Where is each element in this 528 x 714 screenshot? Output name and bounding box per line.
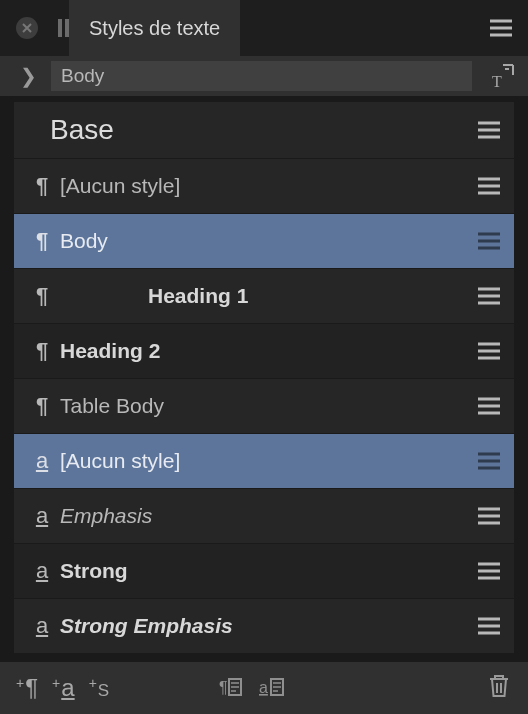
panel-tab-text-styles[interactable]: Styles de texte xyxy=(69,0,240,56)
paragraph-icon: ¶ xyxy=(24,228,60,254)
group-icon: s xyxy=(98,674,109,702)
group-menu-button[interactable] xyxy=(478,121,500,139)
breadcrumb-chevron-icon[interactable]: ❯ xyxy=(20,64,37,88)
style-row-label: Table Body xyxy=(60,394,478,418)
update-paragraph-style-button[interactable]: ¶ xyxy=(215,673,245,703)
style-row-label: [Aucun style] xyxy=(60,449,478,473)
style-row-label: Emphasis xyxy=(60,504,478,528)
delete-style-button[interactable] xyxy=(486,672,512,705)
style-row-label: [Aucun style] xyxy=(60,174,478,198)
style-row[interactable]: a[Aucun style] xyxy=(14,433,514,488)
close-button[interactable] xyxy=(16,17,38,39)
new-group-button[interactable]: +s xyxy=(89,674,110,702)
character-icon: a xyxy=(24,558,60,584)
panel-header: Styles de texte xyxy=(0,0,528,56)
style-row[interactable]: ¶Heading 1 xyxy=(14,268,514,323)
new-paragraph-style-button[interactable]: +¶ xyxy=(16,674,38,702)
panel-tab-label: Styles de texte xyxy=(89,17,220,40)
style-row-menu-button[interactable] xyxy=(478,397,500,415)
panel-menu-button[interactable] xyxy=(474,19,528,37)
menu-icon xyxy=(478,397,500,415)
trash-icon xyxy=(486,672,512,700)
menu-icon xyxy=(478,617,500,635)
menu-icon xyxy=(478,177,500,195)
style-override-icon: T xyxy=(489,63,515,89)
style-row[interactable]: ¶Table Body xyxy=(14,378,514,433)
style-row-menu-button[interactable] xyxy=(478,617,500,635)
character-icon: a xyxy=(24,613,60,639)
menu-icon xyxy=(478,452,500,470)
character-icon: a xyxy=(24,448,60,474)
style-row[interactable]: aEmphasis xyxy=(14,488,514,543)
style-row[interactable]: aStrong xyxy=(14,543,514,598)
menu-icon xyxy=(490,19,512,37)
style-row-menu-button[interactable] xyxy=(478,562,500,580)
breadcrumb-bar: ❯ Body T xyxy=(0,56,528,96)
style-row-label: Strong xyxy=(60,559,478,583)
styles-list: Base ¶[Aucun style]¶Body¶Heading 1¶Headi… xyxy=(0,96,528,653)
svg-text:a: a xyxy=(259,679,268,696)
header-left xyxy=(0,0,69,56)
style-row[interactable]: ¶Body xyxy=(14,213,514,268)
style-row[interactable]: ¶[Aucun style] xyxy=(14,158,514,213)
paragraph-icon: ¶ xyxy=(24,173,60,199)
svg-text:T: T xyxy=(492,73,502,89)
menu-icon xyxy=(478,232,500,250)
style-row[interactable]: ¶Heading 2 xyxy=(14,323,514,378)
close-icon xyxy=(21,22,33,34)
style-row-menu-button[interactable] xyxy=(478,452,500,470)
breadcrumb-current-label: Body xyxy=(61,65,104,87)
style-row-menu-button[interactable] xyxy=(478,177,500,195)
character-icon: a xyxy=(61,674,74,702)
dock-icon[interactable] xyxy=(58,19,69,37)
style-row-label: Strong Emphasis xyxy=(60,614,478,638)
style-group-title: Base xyxy=(50,114,114,146)
style-row-label: Heading 1 xyxy=(60,284,478,308)
menu-icon xyxy=(478,121,500,139)
style-row-label: Body xyxy=(60,229,478,253)
update-character-style-button[interactable]: a xyxy=(257,673,287,703)
style-row-menu-button[interactable] xyxy=(478,232,500,250)
paragraph-icon: ¶ xyxy=(24,338,60,364)
new-character-style-button[interactable]: +a xyxy=(52,674,75,702)
panel-footer: +¶ +a +s ¶ a xyxy=(0,662,528,714)
menu-icon xyxy=(478,342,500,360)
paragraph-icon: ¶ xyxy=(24,393,60,419)
style-group-header[interactable]: Base xyxy=(14,102,514,158)
paragraph-icon: ¶ xyxy=(25,674,38,702)
footer-mid-tools: ¶ a xyxy=(215,673,287,703)
style-row[interactable]: aStrong Emphasis xyxy=(14,598,514,653)
breadcrumb-current-field[interactable]: Body xyxy=(51,61,472,91)
menu-icon xyxy=(478,507,500,525)
svg-text:¶: ¶ xyxy=(219,679,228,696)
menu-icon xyxy=(478,287,500,305)
character-icon: a xyxy=(24,503,60,529)
style-row-menu-button[interactable] xyxy=(478,287,500,305)
paragraph-icon: ¶ xyxy=(24,283,60,309)
menu-icon xyxy=(478,562,500,580)
style-row-menu-button[interactable] xyxy=(478,507,500,525)
style-override-button[interactable]: T xyxy=(486,63,518,89)
style-row-label: Heading 2 xyxy=(60,339,478,363)
style-row-menu-button[interactable] xyxy=(478,342,500,360)
